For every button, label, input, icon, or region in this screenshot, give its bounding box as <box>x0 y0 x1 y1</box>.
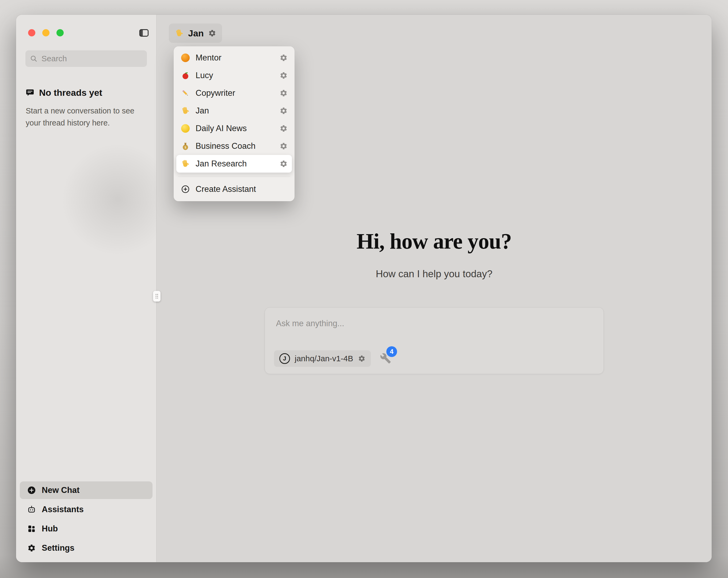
tools-button[interactable]: 4 <box>380 353 392 365</box>
menu-item-label: Mentor <box>196 53 221 62</box>
gear-icon[interactable] <box>280 71 288 79</box>
zoom-button[interactable] <box>56 29 64 36</box>
menu-item-copywriter[interactable]: Copywriter <box>176 84 292 102</box>
message-input[interactable] <box>276 319 570 328</box>
menu-item-label: Lucy <box>196 71 213 80</box>
menu-item-label: Copywriter <box>196 88 235 98</box>
sidebar-item-assistants[interactable]: Assistants <box>20 501 153 518</box>
sidebar-toggle-icon[interactable] <box>138 28 149 38</box>
nav-label: Settings <box>42 543 74 553</box>
search-icon <box>30 55 38 62</box>
menu-item-label: Jan <box>196 106 209 116</box>
gear-icon <box>27 544 36 552</box>
hub-grid-icon <box>27 525 36 533</box>
gear-icon[interactable] <box>280 89 288 97</box>
menu-item-label: Daily AI News <box>196 124 247 133</box>
menu-item-daily-ai-news[interactable]: Daily AI News <box>176 120 292 137</box>
sidebar-bottom-nav: New Chat Assistants Hub Settings <box>20 481 153 557</box>
sidebar: No threads yet Start a new conversation … <box>16 15 157 562</box>
nav-label: New Chat <box>42 485 79 495</box>
menu-divider <box>178 176 290 177</box>
gear-icon[interactable] <box>280 124 288 132</box>
yellow-circle-icon <box>181 124 190 133</box>
search-bar[interactable] <box>25 50 147 67</box>
orange-circle-icon <box>181 53 190 62</box>
menu-item-business-coach[interactable]: Business Coach <box>176 137 292 155</box>
gear-icon[interactable] <box>280 107 288 115</box>
wave-icon <box>175 29 184 38</box>
nav-label: Assistants <box>42 505 84 514</box>
nav-label: Hub <box>42 524 58 534</box>
money-bag-icon <box>181 142 190 151</box>
model-settings-gear-icon[interactable] <box>358 355 365 362</box>
plus-circle-outline-icon <box>181 185 190 194</box>
plus-circle-icon <box>27 486 36 495</box>
current-assistant-name: Jan <box>188 28 204 39</box>
empty-state-description: Start a new conversation to see your thr… <box>26 105 149 129</box>
wave-icon <box>181 106 190 115</box>
window-controls <box>28 29 64 36</box>
gear-icon[interactable] <box>280 160 288 168</box>
message-composer[interactable]: J janhq/Jan-v1-4B 4 <box>265 307 604 374</box>
menu-item-mentor[interactable]: Mentor <box>176 49 292 67</box>
create-assistant-label: Create Assistant <box>196 184 256 194</box>
minimize-button[interactable] <box>42 29 50 36</box>
menu-item-jan-research[interactable]: Jan Research <box>176 155 292 173</box>
model-name: janhq/Jan-v1-4B <box>295 354 353 363</box>
wave-icon <box>181 159 190 168</box>
menu-item-lucy[interactable]: Lucy <box>176 67 292 84</box>
close-button[interactable] <box>28 29 35 36</box>
main-area: Jan Mentor Lucy Copywriter <box>157 15 712 562</box>
empty-state-title: No threads yet <box>39 87 102 98</box>
gear-icon[interactable] <box>280 54 288 62</box>
threads-empty-state: No threads yet Start a new conversation … <box>26 87 149 129</box>
assistant-dropdown-menu: Mentor Lucy Copywriter Jan Daily AI News <box>174 46 294 201</box>
tools-count-badge: 4 <box>386 346 397 357</box>
assistant-settings-gear-icon[interactable] <box>208 29 216 37</box>
sidebar-item-new-chat[interactable]: New Chat <box>20 481 153 499</box>
assistant-selector-button[interactable]: Jan <box>169 24 222 43</box>
sidebar-resize-handle[interactable] <box>153 291 160 302</box>
pencil-icon <box>181 89 190 98</box>
model-selector-button[interactable]: J janhq/Jan-v1-4B <box>274 350 371 367</box>
greeting-heading: Hi, how are you? <box>157 229 712 254</box>
greeting-subtitle: How can I help you today? <box>157 269 712 280</box>
model-avatar: J <box>279 353 290 364</box>
menu-item-create-assistant[interactable]: Create Assistant <box>176 180 292 198</box>
chat-bubble-icon <box>26 89 34 97</box>
assistants-icon <box>27 505 36 514</box>
search-input[interactable] <box>42 54 145 63</box>
sidebar-item-settings[interactable]: Settings <box>20 539 153 557</box>
menu-item-label: Business Coach <box>196 141 256 151</box>
menu-item-label: Jan Research <box>196 159 247 169</box>
app-window: No threads yet Start a new conversation … <box>16 15 712 562</box>
gear-icon[interactable] <box>280 142 288 150</box>
menu-item-jan[interactable]: Jan <box>176 102 292 120</box>
sidebar-item-hub[interactable]: Hub <box>20 520 153 537</box>
apple-icon <box>181 71 190 80</box>
